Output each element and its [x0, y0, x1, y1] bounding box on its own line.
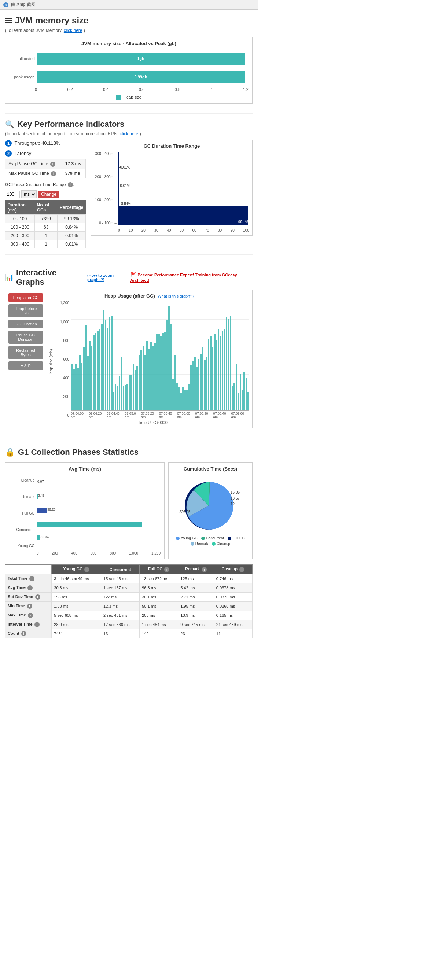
heap-bar-74 — [218, 329, 219, 410]
heap-bar-51 — [172, 379, 174, 410]
heap-bar-26 — [123, 385, 124, 411]
heap-bar-83 — [236, 364, 237, 410]
heap-bar-49 — [168, 306, 170, 410]
stats-row-2: Std Dev Time i155 ms722 ms30.1 ms2.71 ms… — [5, 592, 253, 601]
jvm-section: JVM memory size (To learn about JVM Memo… — [0, 10, 258, 113]
pie-label-younggc: 226.05 — [179, 510, 191, 514]
heap-bar-6 — [83, 347, 84, 410]
zoom-link[interactable]: (How to zoom graphs?) — [87, 273, 130, 282]
heap-bar-68 — [206, 356, 207, 410]
duration-header-row: Duration (ms) No. of GCs Percentage — [5, 200, 86, 215]
duration-row-3: 300 - 40010.01% — [5, 240, 86, 248]
heap-bar-13 — [97, 331, 98, 411]
menu-icon — [5, 18, 12, 23]
duration-cell-2-0: 200 - 300 — [5, 232, 35, 240]
change-button[interactable]: Change — [38, 191, 59, 198]
btn-heap-after-gc[interactable]: Heap after GC — [8, 293, 43, 302]
promo-link[interactable]: Become Performance Expert! Training from… — [130, 273, 237, 283]
duration-unit-select[interactable]: ms — [21, 190, 37, 198]
stats-row-0: Total Time i3 min 46 sec 49 ms15 sec 46 … — [5, 574, 253, 583]
pie-label-remark: 13.67 — [231, 496, 240, 500]
heap-bar-80 — [230, 315, 231, 411]
heap-bar-31 — [133, 364, 134, 411]
stats-header-young-gc: Young GC i — [52, 565, 101, 574]
kpi-section: 🔍 Key Performance Indicators (Important … — [0, 114, 258, 255]
stats-label-4: Max Time i — [5, 611, 52, 620]
g1-plot: 0.07 5.42 96.28 30.34 — [37, 478, 161, 548]
g1-section: 🔒 G1 Collection Phases Statistics Avg Ti… — [0, 442, 258, 644]
kpi-title: 🔍 Key Performance Indicators — [5, 119, 253, 129]
duration-row-0: 0 - 100739699.13% — [5, 215, 86, 223]
g1-bar-fullgc — [37, 508, 47, 513]
heap-bar-67 — [204, 360, 205, 410]
btn-reclaimed-bytes[interactable]: Reclaimed Bytes — [8, 346, 43, 359]
stats-table: Young GC i Concurrent Full GC i Remark i… — [5, 565, 253, 638]
concurrent-dot — [201, 536, 205, 540]
duration-row-1: 100 - 200630.84% — [5, 223, 86, 232]
stats-val-0-4: 0.746 ms — [214, 574, 252, 583]
heap-bar-86 — [242, 390, 243, 410]
stats-row-3: Min Time i1.58 ms12.3 ms50.1 ms1.95 ms0.… — [5, 601, 253, 611]
metric-row-1: Max Pause GC Time i 379 ms — [5, 169, 86, 178]
btn-gc-duration[interactable]: GC Duration — [8, 320, 43, 328]
jvm-chart-title: JVM memory size - Allocated vs Peak (gb) — [9, 41, 248, 46]
heap-bar-21 — [113, 392, 114, 410]
kpi-right-panel: GC Duration Time Range 300 - 400ms- 200 … — [91, 140, 253, 248]
heap-bar-75 — [219, 336, 221, 410]
bar-label-allocated: allocated — [9, 56, 35, 61]
btn-pause-gc[interactable]: Pause GC Duration — [8, 331, 43, 344]
heap-bar-43 — [156, 334, 157, 411]
stats-label-2: Std Dev Time i — [5, 592, 52, 601]
metric-label-1: Max Pause GC Time i — [5, 169, 62, 178]
heap-bar-84 — [237, 393, 239, 411]
duration-cell-0-0: 0 - 100 — [5, 215, 35, 223]
gc-bar-100-200 — [118, 188, 119, 207]
lock-icon: 🔒 — [5, 447, 15, 457]
heap-bar-5 — [81, 363, 83, 411]
heap-bar-48 — [167, 320, 168, 410]
stats-val-6-0: 7451 — [52, 629, 101, 638]
btn-heap-before-gc[interactable]: Heap before GC — [8, 304, 43, 317]
heap-bar-61 — [192, 361, 194, 411]
stats-val-6-1: 13 — [101, 629, 140, 638]
svg-text:X: X — [5, 3, 7, 7]
cleanup-info: i — [239, 567, 245, 572]
stats-info-6: i — [21, 631, 26, 636]
heap-bar-28 — [126, 385, 128, 410]
legend-full-gc: Full GC — [227, 536, 245, 540]
g1-x-axis: 0 200 400 600 800 1,000 1,200 — [37, 551, 161, 555]
chart-info-link[interactable]: (What is this graph?) — [156, 294, 194, 298]
jvm-link[interactable]: click here — [64, 28, 83, 33]
heap-bar-33 — [136, 366, 138, 410]
heap-bar-60 — [190, 365, 191, 411]
pie-chart-svg: 15.05 13.67 12 226.05 — [174, 475, 247, 533]
kpi-link[interactable]: click here — [120, 131, 138, 136]
stats-val-4-3: 13.9 ms — [178, 611, 214, 620]
heap-bar-38 — [146, 341, 148, 410]
stats-val-5-4: 21 sec 439 ms — [214, 620, 252, 629]
gc-plot-area: -0.01% -0.01% -0.84% 99.1% — [118, 152, 249, 225]
topbar-text: 由 Xnip 截图 — [11, 2, 35, 8]
heap-bar-45 — [160, 336, 162, 410]
interactive-title: 📊 Interactive Graphs (How to zoom graphs… — [5, 268, 130, 287]
g1-bar-chart: Avg Time (ms) Cleanup Remark Full GC Con… — [5, 462, 165, 559]
heap-bar-37 — [145, 355, 146, 410]
heap-bar-76 — [222, 331, 223, 411]
stats-val-0-1: 15 sec 46 ms — [101, 574, 140, 583]
duration-cell-0-2: 99.13% — [57, 215, 86, 223]
remark-dot — [191, 542, 194, 546]
stats-val-2-4: 0.0376 ms — [214, 592, 252, 601]
stats-val-0-2: 13 sec 672 ms — [140, 574, 178, 583]
heap-bar-73 — [216, 340, 217, 411]
full-gc-info: i — [164, 567, 169, 572]
stats-val-1-2: 96.3 ms — [140, 583, 178, 592]
btn-ap[interactable]: A & P — [8, 361, 43, 370]
heap-bar-32 — [135, 370, 136, 410]
heap-bar-89 — [247, 392, 249, 411]
heap-bar-24 — [119, 376, 120, 410]
duration-input[interactable] — [5, 191, 20, 198]
duration-table: Duration (ms) No. of GCs Percentage 0 - … — [5, 200, 86, 248]
heap-bar-3 — [77, 368, 78, 410]
g1-bar-remark — [37, 494, 38, 499]
gc-pause-label: GCPauseDuration Time Range i: — [5, 182, 86, 188]
